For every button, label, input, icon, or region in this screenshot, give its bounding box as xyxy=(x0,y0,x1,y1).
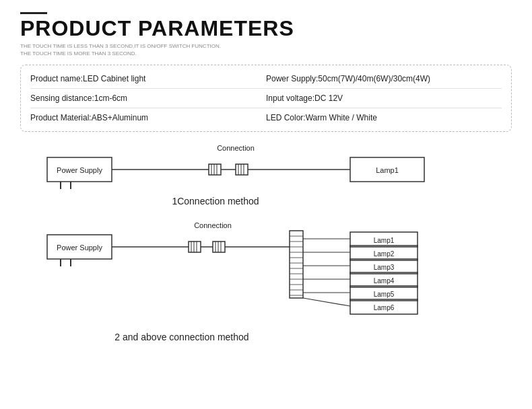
top-decorative-line xyxy=(20,12,47,14)
svg-rect-16 xyxy=(189,241,201,252)
params-row-2: Sensing distance:1cm-6cm Input voltage:D… xyxy=(30,89,502,108)
diagram2: Connection Power Supply xyxy=(20,216,512,347)
subtitle: THE TOUCH TIME IS LESS THAN 3 SECOND,IT … xyxy=(20,42,512,57)
params-left-3: Product Material:ABS+Aluminum xyxy=(30,113,266,122)
product-parameters-box: Product name:LED Cabinet light Power Sup… xyxy=(20,65,512,132)
lamp1-text: Lamp1 xyxy=(376,166,399,174)
diagrams-section: Connection Power Supply xyxy=(20,139,512,347)
subtitle-line1: THE TOUCH TIME IS LESS THAN 3 SECOND,IT … xyxy=(20,42,512,50)
splitter-block xyxy=(290,231,303,298)
params-right-2: Input voltage:DC 12V xyxy=(266,94,502,103)
diagram2-svg: Connection Power Supply xyxy=(20,216,525,347)
svg-line-48 xyxy=(303,298,350,306)
params-left-2: Sensing distance:1cm-6cm xyxy=(30,94,266,103)
params-left-1: Product name:LED Cabinet light xyxy=(30,74,266,83)
diagram2-caption: 2 and above connection method xyxy=(114,332,248,342)
params-row-3: Product Material:ABS+Aluminum LED Color:… xyxy=(30,108,502,127)
diagram1: Connection Power Supply xyxy=(20,139,512,216)
svg-rect-8 xyxy=(236,164,248,175)
diagram1-connection-label: Connection xyxy=(217,144,255,152)
lamp3-text: Lamp3 xyxy=(374,264,395,271)
page: PRODUCT PARAMETERS THE TOUCH TIME IS LES… xyxy=(0,0,532,409)
params-right-1: Power Supply:50cm(7W)/40m(6W)/30cm(4W) xyxy=(266,74,502,83)
lamp1-text-2: Lamp1 xyxy=(374,237,395,244)
svg-rect-21 xyxy=(213,241,225,252)
lamp4-text: Lamp4 xyxy=(374,277,395,285)
diagram1-svg: Connection Power Supply xyxy=(20,139,525,216)
params-right-3: LED Color:Warm White / White xyxy=(266,113,502,122)
page-title: PRODUCT PARAMETERS xyxy=(20,17,512,40)
params-row-1: Product name:LED Cabinet light Power Sup… xyxy=(30,69,502,89)
lamp2-text: Lamp2 xyxy=(374,250,395,258)
lamp5-text: Lamp5 xyxy=(374,291,395,298)
lamp6-text: Lamp6 xyxy=(374,304,395,311)
diagram2-connection-label: Connection xyxy=(194,221,232,229)
svg-rect-3 xyxy=(209,164,221,175)
power-supply-text-2: Power Supply xyxy=(57,244,102,252)
subtitle-line2: THE TOUCH TIME IS MORE THAN 3 SECOND. xyxy=(20,50,512,57)
diagram1-caption: 1Connection method xyxy=(172,196,259,207)
power-supply-text-1: Power Supply xyxy=(57,166,102,174)
